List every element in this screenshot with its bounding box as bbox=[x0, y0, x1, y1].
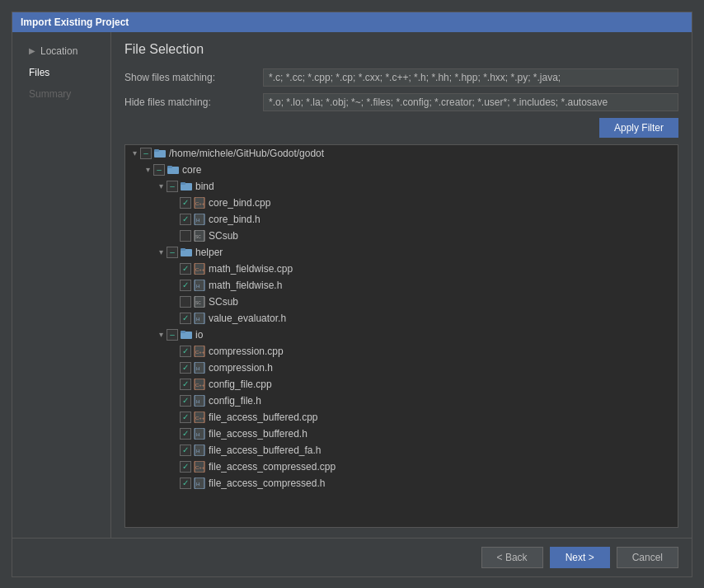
collapse-icon[interactable]: ▾ bbox=[142, 164, 153, 176]
tree-row[interactable]: ✓Hcore_bind.h bbox=[125, 211, 678, 228]
tree-checkbox[interactable]: ✓ bbox=[180, 313, 191, 324]
file-tree: ▾–/home/michele/GitHub/Godot/godot▾–core… bbox=[124, 144, 678, 528]
sidebar-item-label: Summary bbox=[29, 88, 71, 100]
tree-checkbox[interactable] bbox=[180, 230, 191, 242]
tree-row[interactable]: ▾–helper bbox=[125, 244, 678, 261]
file-icon: H bbox=[193, 279, 206, 292]
tree-row[interactable]: ✓C++compression.cpp bbox=[125, 343, 678, 360]
svg-rect-3 bbox=[167, 166, 172, 168]
sidebar-item-summary[interactable]: Summary bbox=[12, 83, 110, 105]
tree-row[interactable]: ✓Hfile_access_buffered.h bbox=[125, 426, 678, 442]
svg-rect-1 bbox=[154, 149, 159, 152]
tree-row[interactable]: ✓Hcompression.h bbox=[125, 360, 678, 376]
tree-checkbox[interactable]: ✓ bbox=[180, 412, 191, 423]
tree-item-label: math_fieldwise.cpp bbox=[209, 263, 293, 275]
collapse-icon[interactable]: ▾ bbox=[155, 247, 167, 258]
spacer-icon bbox=[168, 461, 180, 473]
tree-row[interactable]: ✓Hfile_access_buffered_fa.h bbox=[125, 442, 678, 459]
tree-item-label: /home/michele/GitHub/Godot/godot bbox=[169, 148, 324, 159]
tree-checkbox[interactable] bbox=[180, 296, 191, 308]
file-icon: C++ bbox=[193, 262, 206, 275]
collapse-icon[interactable]: ▾ bbox=[155, 181, 167, 192]
spacer-icon bbox=[168, 263, 180, 275]
sidebar-item-location[interactable]: ▶ Location bbox=[12, 40, 110, 62]
spacer-icon bbox=[168, 428, 180, 440]
svg-text:C++: C++ bbox=[195, 201, 205, 206]
spacer-icon bbox=[168, 346, 180, 357]
import-existing-project-dialog: Import Existing Project ▶ Location Files… bbox=[12, 12, 692, 577]
back-button[interactable]: < Back bbox=[481, 547, 543, 568]
tree-scroll[interactable]: ▾–/home/michele/GitHub/Godot/godot▾–core… bbox=[125, 145, 678, 527]
tree-row[interactable]: ▾–io bbox=[125, 327, 678, 343]
file-icon: H bbox=[193, 477, 206, 490]
svg-text:H: H bbox=[196, 399, 199, 404]
tree-row[interactable]: SCSCsub bbox=[125, 228, 678, 244]
file-icon: C++ bbox=[193, 196, 206, 209]
tree-checkbox[interactable]: – bbox=[153, 164, 165, 176]
spacer-icon bbox=[168, 214, 180, 225]
sidebar-item-label: Location bbox=[40, 45, 77, 57]
tree-checkbox[interactable]: ✓ bbox=[180, 477, 191, 489]
tree-row[interactable]: ✓C++math_fieldwise.cpp bbox=[125, 261, 678, 277]
show-files-row: Show files matching: bbox=[124, 68, 678, 87]
tree-checkbox[interactable]: ✓ bbox=[180, 197, 191, 209]
tree-checkbox[interactable]: – bbox=[167, 181, 178, 192]
sidebar-item-files[interactable]: Files bbox=[12, 62, 110, 83]
tree-item-label: bind bbox=[195, 181, 214, 192]
tree-item-label: compression.h bbox=[209, 362, 273, 374]
tree-row[interactable]: ✓Hfile_access_compressed.h bbox=[125, 475, 678, 492]
tree-checkbox[interactable]: ✓ bbox=[180, 280, 191, 291]
tree-row[interactable]: ▾–core bbox=[125, 162, 678, 178]
svg-text:C++: C++ bbox=[195, 383, 205, 388]
tree-item-label: config_file.h bbox=[209, 395, 261, 407]
spacer-icon bbox=[168, 230, 180, 242]
tree-checkbox[interactable]: ✓ bbox=[180, 445, 191, 456]
file-icon: C++ bbox=[193, 411, 206, 424]
file-icon: H bbox=[193, 444, 206, 457]
tree-row[interactable]: ▾–bind bbox=[125, 178, 678, 195]
collapse-icon[interactable]: ▾ bbox=[155, 329, 167, 341]
apply-filter-button[interactable]: Apply Filter bbox=[599, 118, 678, 138]
file-icon: H bbox=[193, 312, 206, 325]
tree-checkbox[interactable]: – bbox=[167, 247, 178, 258]
tree-row[interactable]: ✓C++file_access_compressed.cpp bbox=[125, 459, 678, 475]
tree-checkbox[interactable]: – bbox=[140, 148, 152, 159]
tree-row[interactable]: ✓Hconfig_file.h bbox=[125, 393, 678, 409]
show-files-input[interactable] bbox=[263, 68, 678, 87]
tree-row[interactable]: ✓Hmath_fieldwise.h bbox=[125, 277, 678, 294]
tree-row[interactable]: SCSCsub bbox=[125, 294, 678, 310]
svg-text:SC: SC bbox=[195, 300, 201, 305]
svg-rect-13 bbox=[181, 248, 185, 251]
tree-checkbox[interactable]: ✓ bbox=[180, 214, 191, 225]
svg-text:C++: C++ bbox=[195, 465, 205, 470]
sidebar: ▶ Location Files Summary bbox=[12, 32, 111, 538]
tree-item-label: config_file.cpp bbox=[209, 379, 272, 390]
folder-icon bbox=[167, 163, 180, 176]
svg-text:C++: C++ bbox=[195, 416, 205, 421]
tree-checkbox[interactable]: ✓ bbox=[180, 346, 191, 357]
tree-checkbox[interactable]: ✓ bbox=[180, 395, 191, 407]
tree-row[interactable]: ✓C++file_access_buffered.cpp bbox=[125, 409, 678, 426]
tree-item-label: compression.cpp bbox=[209, 346, 284, 357]
tree-checkbox[interactable]: ✓ bbox=[180, 461, 191, 473]
tree-checkbox[interactable]: ✓ bbox=[180, 428, 191, 440]
file-icon: SC bbox=[193, 229, 206, 242]
tree-row[interactable]: ✓Hvalue_evaluator.h bbox=[125, 310, 678, 327]
hide-files-input[interactable] bbox=[263, 93, 678, 111]
tree-row[interactable]: ✓C++config_file.cpp bbox=[125, 376, 678, 393]
tree-checkbox[interactable]: ✓ bbox=[180, 263, 191, 275]
sidebar-item-label: Files bbox=[29, 67, 49, 78]
svg-text:H: H bbox=[196, 366, 199, 371]
dialog-footer: < Back Next > Cancel bbox=[12, 538, 692, 576]
tree-item-label: io bbox=[195, 329, 203, 341]
tree-row[interactable]: ▾–/home/michele/GitHub/Godot/godot bbox=[125, 145, 678, 162]
tree-row[interactable]: ✓C++core_bind.cpp bbox=[125, 195, 678, 211]
next-button[interactable]: Next > bbox=[550, 547, 610, 568]
tree-checkbox[interactable]: ✓ bbox=[180, 379, 191, 390]
spacer-icon bbox=[168, 412, 180, 423]
collapse-icon[interactable]: ▾ bbox=[129, 148, 140, 159]
cancel-button[interactable]: Cancel bbox=[617, 547, 678, 568]
tree-checkbox[interactable]: – bbox=[167, 329, 178, 341]
svg-text:H: H bbox=[196, 432, 199, 437]
tree-checkbox[interactable]: ✓ bbox=[180, 362, 191, 374]
